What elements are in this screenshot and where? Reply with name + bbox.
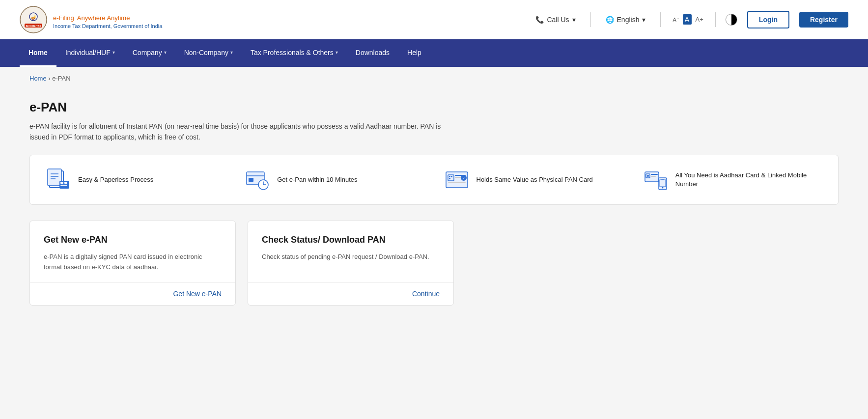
check-status-title: Check Status/ Download PAN: [262, 235, 440, 245]
svg-point-0: [20, 6, 47, 33]
emblem-icon: 🪔 INCOME TAX: [20, 6, 47, 33]
font-small-label: A: [672, 17, 676, 23]
font-large-label: A+: [696, 16, 703, 23]
get-new-epan-card-body: Get New e-PAN e-PAN is a digitally signe…: [30, 221, 235, 282]
feature-paperless: Easy & Paperless Process: [46, 167, 225, 193]
nav-individual-arrow: ▾: [112, 50, 115, 55]
svg-text:🪔: 🪔: [31, 14, 37, 20]
check-status-card: Check Status/ Download PAN Check status …: [248, 221, 454, 306]
nav-noncompany-label: Non-Company: [184, 49, 228, 56]
call-us-button[interactable]: 📞 Call Us ▾: [531, 13, 580, 27]
nav-item-downloads[interactable]: Downloads: [347, 39, 398, 67]
nav-item-home[interactable]: Home: [20, 39, 56, 67]
feature-value: ✓ Holds Same Value as Physical PAN Card: [444, 167, 623, 193]
divider-2: [660, 12, 661, 27]
call-us-arrow: ▾: [572, 16, 576, 24]
check-status-link[interactable]: Continue: [412, 290, 440, 298]
font-controls: A - A A+: [671, 14, 705, 25]
page-description: e-PAN facility is for allotment of Insta…: [29, 121, 452, 143]
font-medium-button[interactable]: A: [683, 14, 692, 25]
feature-aadhaar-text: All You Need is Aadhaar Card & Linked Mo…: [675, 171, 822, 189]
feature-aadhaar: All You Need is Aadhaar Card & Linked Mo…: [643, 167, 822, 193]
check-status-desc: Check status of pending e-PAN request / …: [262, 252, 440, 262]
nav-downloads-label: Downloads: [356, 49, 390, 56]
nav-help-label: Help: [407, 49, 421, 56]
features-strip: Easy & Paperless Process Get e-Pan withi…: [29, 155, 839, 205]
lang-arrow: ▾: [642, 16, 645, 24]
nav-item-individual[interactable]: Individual/HUF ▾: [56, 39, 124, 67]
feature-value-text: Holds Same Value as Physical PAN Card: [476, 175, 593, 184]
svg-rect-38: [661, 179, 664, 180]
nav-individual-label: Individual/HUF: [65, 49, 111, 56]
contrast-button[interactable]: [726, 14, 737, 26]
page-title: e-PAN: [29, 100, 839, 115]
nav-item-tax-professionals[interactable]: Tax Professionals & Others ▾: [242, 39, 347, 67]
divider-1: [590, 12, 591, 27]
feature-fast-text: Get e-Pan within 10 Minutes: [277, 175, 357, 184]
svg-rect-6: [48, 169, 61, 186]
get-new-epan-link[interactable]: Get New e-PAN: [173, 290, 222, 298]
check-status-footer: Continue: [248, 282, 453, 305]
header-right: 📞 Call Us ▾ 🌐 English ▾ A - A A+ Login: [531, 11, 848, 28]
nav-noncompany-arrow: ▾: [230, 50, 233, 55]
feature-paperless-text: Easy & Paperless Process: [78, 175, 153, 184]
fast-icon: [245, 167, 270, 193]
svg-rect-16: [249, 178, 253, 182]
logo-area: 🪔 INCOME TAX e-Filing Anywhere Anytime I…: [20, 6, 162, 33]
logo-text: e-Filing Anywhere Anytime Income Tax Dep…: [53, 10, 162, 29]
svg-text:✓: ✓: [462, 176, 465, 180]
svg-rect-34: [651, 176, 656, 177]
globe-icon: 🌐: [606, 16, 614, 24]
nav-item-noncompany[interactable]: Non-Company ▾: [175, 39, 242, 67]
breadcrumb-home-link[interactable]: Home: [29, 75, 47, 82]
svg-rect-13: [60, 185, 67, 186]
nav-item-company[interactable]: Company ▾: [124, 39, 175, 67]
nav-item-help[interactable]: Help: [398, 39, 430, 67]
feature-fast: Get e-Pan within 10 Minutes: [245, 167, 424, 193]
logo-efiling-text: e-Filing: [53, 14, 74, 22]
get-new-epan-desc: e-PAN is a digitally signed PAN card iss…: [44, 252, 222, 273]
register-button[interactable]: Register: [799, 12, 848, 28]
aadhaar-icon: [643, 167, 669, 193]
svg-rect-33: [651, 174, 658, 175]
svg-rect-23: [451, 176, 452, 177]
login-button[interactable]: Login: [747, 11, 789, 28]
check-status-card-body: Check Status/ Download PAN Check status …: [248, 221, 453, 282]
call-us-label: Call Us: [547, 16, 569, 24]
svg-rect-12: [64, 182, 67, 184]
logo-tagline: Anywhere Anytime: [77, 14, 130, 22]
cards-row: Get New e-PAN e-PAN is a digitally signe…: [29, 221, 839, 306]
svg-point-37: [662, 187, 663, 188]
svg-rect-11: [60, 182, 63, 184]
svg-point-32: [647, 175, 649, 177]
nav-home-label: Home: [28, 49, 48, 56]
language-button[interactable]: 🌐 English ▾: [601, 13, 651, 27]
phone-icon: 📞: [535, 16, 544, 24]
get-new-epan-footer: Get New e-PAN: [30, 282, 235, 305]
nav-company-label: Company: [133, 49, 162, 56]
svg-rect-24: [449, 178, 450, 179]
svg-text:INCOME TAX: INCOME TAX: [26, 25, 41, 28]
nav-tax-label: Tax Professionals & Others: [251, 49, 334, 56]
get-new-epan-card: Get New e-PAN e-PAN is a digitally signe…: [29, 221, 236, 306]
breadcrumb: Home › e-PAN: [0, 67, 868, 90]
paperless-icon: [46, 167, 71, 193]
nav-company-arrow: ▾: [164, 50, 167, 55]
value-icon: ✓: [444, 167, 470, 193]
main-content: e-PAN e-PAN facility is for allotment of…: [0, 90, 868, 335]
breadcrumb-current: e-PAN: [52, 75, 70, 82]
font-large-button[interactable]: A+: [694, 15, 705, 24]
svg-rect-27: [448, 182, 466, 183]
get-new-epan-title: Get New e-PAN: [44, 235, 222, 245]
font-medium-label: A: [685, 15, 690, 24]
nav-tax-arrow: ▾: [336, 50, 338, 55]
language-label: English: [617, 16, 640, 24]
svg-rect-22: [449, 176, 450, 177]
divider-3: [715, 12, 716, 27]
header: 🪔 INCOME TAX e-Filing Anywhere Anytime I…: [0, 0, 868, 39]
logo-efiling: e-Filing Anywhere Anytime: [53, 10, 162, 23]
font-small-button[interactable]: A -: [671, 15, 680, 24]
nav-bar: Home Individual/HUF ▾ Company ▾ Non-Comp…: [0, 39, 868, 67]
logo-subtitle: Income Tax Department, Government of Ind…: [53, 23, 162, 29]
